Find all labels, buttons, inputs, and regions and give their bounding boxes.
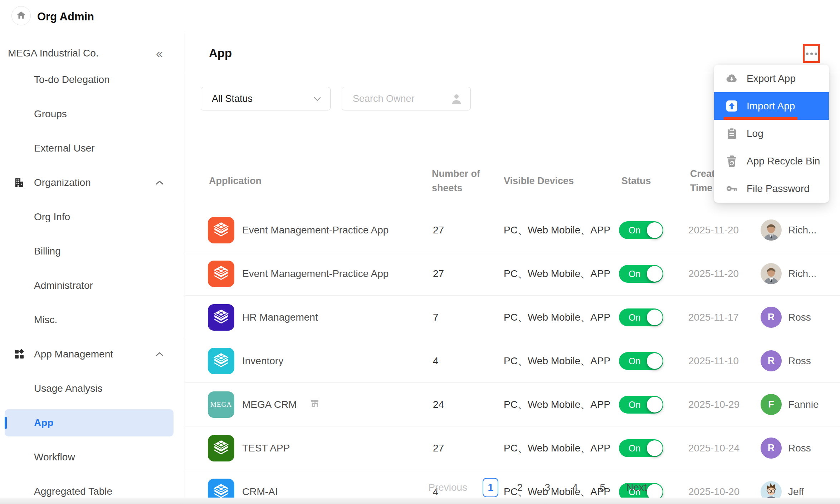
sidebar-item-app[interactable]: App — [0, 406, 185, 440]
table-row[interactable]: Inventory 4 PC、Web Mobile、APP On 2025-11… — [185, 339, 840, 383]
toggle-knob — [647, 353, 663, 369]
page-button-3[interactable]: 3 — [541, 482, 553, 493]
org-admin-page: Org Admin To-do Delegation Groups Extern… — [0, 0, 840, 504]
app-tile — [208, 348, 234, 374]
sidebar-item-administrator[interactable]: Administrator — [0, 268, 185, 303]
menu-item-import-app[interactable]: Import App — [714, 92, 829, 120]
menu-item-label: File Password — [747, 183, 810, 194]
page-button-2[interactable]: 2 — [514, 482, 526, 493]
page-button-5[interactable]: 5 — [596, 482, 609, 493]
avatar — [761, 219, 782, 241]
menu-item-label: App Recycle Bin — [747, 155, 820, 167]
visible-devices: PC、Web Mobile、APP — [504, 208, 610, 252]
visible-devices: PC、Web Mobile、APP — [504, 426, 610, 470]
status-toggle[interactable]: On — [619, 352, 663, 370]
app-tile — [208, 217, 234, 243]
sidebar-item-workflow[interactable]: Workflow — [0, 440, 185, 474]
toggle-label: On — [629, 221, 640, 239]
toggle-knob — [647, 440, 663, 456]
menu-item-app-recycle-bin[interactable]: App Recycle Bin — [714, 147, 829, 175]
annotation-underline — [724, 117, 797, 120]
recycle-bin-icon — [725, 154, 738, 168]
sidebar-item-label: Aggregated Table — [34, 486, 112, 497]
status-toggle[interactable]: On — [619, 439, 663, 457]
owner-name: Ross — [788, 426, 811, 470]
page-button-1[interactable]: 1 — [483, 478, 498, 497]
clipboard-icon — [725, 127, 738, 140]
status-toggle[interactable]: On — [619, 265, 663, 283]
sidebar-item-organization[interactable]: Organization — [0, 165, 185, 200]
sidebar-header: MEGA Industrial Co. « — [0, 33, 185, 73]
brick-icon — [213, 265, 229, 282]
menu-item-label: Log — [747, 128, 763, 139]
menu-item-file-password[interactable]: File Password — [714, 175, 829, 202]
owner-name: Rich... — [788, 208, 816, 252]
chevron-up-icon — [155, 180, 164, 185]
storefront-icon — [310, 399, 319, 411]
status-toggle[interactable]: On — [619, 396, 663, 414]
sidebar-item-billing[interactable]: Billing — [0, 234, 185, 268]
app-tile-text: MEGA — [210, 401, 232, 409]
menu-item-export-app[interactable]: Export App — [714, 65, 829, 92]
sidebar-item-label: App — [34, 417, 53, 429]
owner-search-input[interactable] — [353, 87, 449, 110]
page-button-4[interactable]: 4 — [569, 482, 581, 493]
sidebar-nav: To-do Delegation Groups External User — [0, 33, 185, 504]
col-status: Status — [621, 161, 651, 201]
visible-devices: PC、Web Mobile、APP — [504, 296, 610, 339]
table-row[interactable]: Event Management-Practice App 27 PC、Web … — [185, 208, 840, 252]
previous-page-button[interactable]: Previous — [428, 482, 467, 493]
sidebar-item-label: Billing — [34, 246, 61, 257]
brick-icon — [213, 309, 229, 326]
avatar — [761, 263, 782, 284]
sidebar-item-label: Organization — [34, 177, 91, 188]
more-actions-button[interactable] — [803, 44, 820, 63]
table-row[interactable]: Event Management-Practice App 27 PC、Web … — [185, 252, 840, 296]
visible-devices: PC、Web Mobile、APP — [504, 252, 610, 296]
toggle-knob — [647, 222, 663, 238]
sidebar-item-label: Usage Analysis — [34, 383, 102, 394]
key-icon — [725, 182, 738, 195]
table-row[interactable]: MEGA MEGA CRM 24 PC、Web Mobile、APP On 20… — [185, 383, 840, 426]
collapse-sidebar-icon[interactable]: « — [156, 33, 163, 73]
sidebar-item-label: Workflow — [34, 451, 75, 463]
ellipsis-icon — [806, 53, 809, 55]
status-toggle[interactable]: On — [619, 221, 663, 239]
sidebar-item-external-user[interactable]: External User — [0, 131, 185, 165]
app-grid-icon — [13, 348, 25, 360]
toggle-label: On — [629, 396, 640, 414]
sheet-count: 27 — [433, 426, 444, 470]
sidebar-item-app-management[interactable]: App Management — [0, 337, 185, 371]
sidebar-item-label: App Management — [34, 349, 113, 360]
person-icon — [451, 93, 462, 106]
sidebar-item-label: Misc. — [34, 314, 57, 326]
toggle-label: On — [629, 352, 640, 370]
sidebar: To-do Delegation Groups External User — [0, 33, 185, 504]
app-name: HR Management — [242, 296, 318, 339]
toggle-knob — [647, 397, 663, 412]
app-name: Event Management-Practice App — [242, 252, 389, 296]
selected-highlight — [5, 409, 174, 436]
app-title: Org Admin — [37, 0, 94, 33]
table-row[interactable]: TEST APP 27 PC、Web Mobile、APP On 2025-10… — [185, 426, 840, 470]
sheet-count: 4 — [433, 339, 439, 383]
sidebar-item-usage-analysis[interactable]: Usage Analysis — [0, 371, 185, 406]
brick-icon — [213, 440, 229, 457]
building-icon — [13, 177, 25, 189]
table-row[interactable]: HR Management 7 PC、Web Mobile、APP On 202… — [185, 296, 840, 339]
menu-item-log[interactable]: Log — [714, 120, 829, 147]
owner-name: Ross — [788, 339, 811, 383]
sidebar-item-org-info[interactable]: Org Info — [0, 200, 185, 234]
app-name: Event Management-Practice App — [242, 208, 389, 252]
sidebar-item-groups[interactable]: Groups — [0, 97, 185, 131]
app-tile — [208, 435, 234, 461]
status-toggle[interactable]: On — [619, 308, 663, 326]
owner-search-box — [342, 87, 471, 110]
brick-icon — [213, 352, 229, 370]
sidebar-item-misc[interactable]: Misc. — [0, 303, 185, 337]
next-page-button[interactable]: Next — [626, 482, 647, 493]
status-filter-select[interactable]: All Status — [201, 87, 331, 110]
home-button[interactable] — [11, 6, 31, 25]
sheet-count: 7 — [433, 296, 439, 339]
top-bar: Org Admin — [0, 0, 840, 33]
